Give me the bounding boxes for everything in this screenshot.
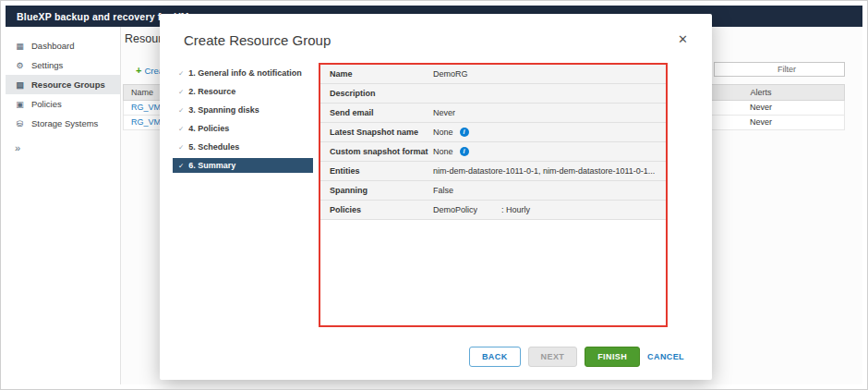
summary-label: Send email bbox=[330, 108, 433, 117]
step-label: 6. Summary bbox=[188, 161, 235, 170]
summary-label: Description bbox=[330, 89, 433, 98]
back-button[interactable]: BACK bbox=[469, 347, 521, 367]
wizard-step[interactable]: ✓3. Spanning disks bbox=[173, 103, 313, 117]
next-button[interactable]: NEXT bbox=[528, 347, 578, 367]
summary-row: Entitiesnim-dem-datastore-1011-0-1, nim-… bbox=[320, 162, 666, 181]
summary-label: Name bbox=[330, 69, 433, 79]
summary-label: Custom snapshot format bbox=[330, 147, 433, 156]
sidebar-item-label: Dashboard bbox=[31, 41, 74, 51]
resource-groups-icon: ▤ bbox=[15, 80, 25, 90]
resource-group-link[interactable]: RG_VM bbox=[131, 103, 161, 112]
summary-value: None bbox=[433, 128, 453, 137]
wizard-step[interactable]: ✓4. Policies bbox=[173, 121, 313, 136]
app-frame: BlueXP backup and recovery for VMs INSTA… bbox=[0, 0, 868, 390]
info-icon[interactable]: i bbox=[460, 128, 469, 137]
summary-value: False bbox=[433, 186, 453, 195]
alerts-cell: Never bbox=[715, 103, 807, 112]
step-label: 5. Schedules bbox=[188, 142, 239, 152]
summary-row: Send emailNever bbox=[320, 104, 666, 123]
summary-table: NameDemoRGDescriptionSend emailNeverLate… bbox=[319, 63, 668, 327]
step-check-icon: ✓ bbox=[178, 125, 184, 133]
sidebar-item-storage-systems[interactable]: ⛁Storage Systems bbox=[6, 114, 120, 133]
step-check-icon: ✓ bbox=[178, 143, 184, 152]
summary-label: Latest Snapshot name bbox=[330, 128, 433, 137]
policies-icon: ▣ bbox=[15, 100, 25, 109]
summary-value: DemoRG bbox=[433, 69, 468, 79]
step-label: 3. Spanning disks bbox=[188, 105, 259, 115]
modal-title: Create Resource Group bbox=[184, 32, 331, 48]
sidebar-item-label: Settings bbox=[31, 60, 63, 70]
cancel-button[interactable]: CANCEL bbox=[647, 352, 684, 361]
summary-value-detail: : Hourly bbox=[501, 205, 530, 214]
summary-row: Latest Snapshot nameNonei bbox=[320, 123, 666, 142]
wizard-step[interactable]: ✓2. Resource bbox=[173, 84, 313, 99]
step-check-icon: ✓ bbox=[178, 106, 184, 115]
sidebar-item-resource-groups[interactable]: ▤Resource Groups bbox=[6, 75, 120, 94]
plus-icon: + bbox=[136, 65, 141, 76]
sidebar-item-label: Resource Groups bbox=[31, 79, 105, 90]
sidebar-collapse-icon[interactable]: » bbox=[15, 142, 120, 153]
create-resource-group-modal: Create Resource Group ✕ ✓1. General info… bbox=[160, 14, 712, 380]
step-check-icon: ✓ bbox=[178, 162, 184, 170]
step-check-icon: ✓ bbox=[178, 69, 184, 78]
sidebar-item-dashboard[interactable]: ▦Dashboard bbox=[6, 36, 120, 55]
modal-buttons: BACK NEXT FINISH CANCEL bbox=[469, 347, 684, 367]
summary-label: Spanning bbox=[330, 186, 433, 195]
wizard-step[interactable]: ✓5. Schedules bbox=[173, 140, 313, 154]
name-column-header[interactable]: Name bbox=[131, 88, 153, 97]
finish-button[interactable]: FINISH bbox=[585, 347, 640, 367]
close-icon[interactable]: ✕ bbox=[674, 30, 692, 48]
sidebar-item-policies[interactable]: ▣Policies bbox=[6, 94, 120, 114]
filter-input[interactable] bbox=[714, 62, 845, 77]
summary-row: Description bbox=[320, 84, 666, 104]
wizard-step[interactable]: ✓6. Summary bbox=[173, 158, 313, 173]
sidebar-item-label: Policies bbox=[31, 99, 62, 109]
dashboard-icon: ▦ bbox=[15, 42, 25, 51]
summary-value: DemoPolicy bbox=[433, 205, 477, 214]
wizard-step[interactable]: ✓1. General info & notification bbox=[173, 66, 313, 80]
settings-icon: ⚙ bbox=[15, 61, 25, 70]
summary-value: nim-dem-datastore-1011-0-1, nim-dem-data… bbox=[433, 166, 655, 176]
summary-row: Custom snapshot formatNonei bbox=[320, 142, 666, 162]
alerts-column-header[interactable]: Alerts bbox=[715, 88, 807, 97]
step-label: 2. Resource bbox=[188, 87, 235, 96]
summary-row: NameDemoRG bbox=[320, 65, 666, 84]
sidebar: ▦Dashboard⚙Settings▤Resource Groups▣Poli… bbox=[6, 27, 121, 384]
summary-label: Entities bbox=[330, 166, 433, 176]
summary-row: PoliciesDemoPolicy: Hourly bbox=[320, 201, 666, 220]
summary-value: Never bbox=[433, 108, 455, 117]
summary-label: Policies bbox=[330, 205, 433, 214]
summary-value: None bbox=[433, 147, 453, 156]
sidebar-items: ▦Dashboard⚙Settings▤Resource Groups▣Poli… bbox=[6, 36, 120, 133]
alerts-cell: Never bbox=[715, 117, 807, 127]
step-label: 1. General info & notification bbox=[188, 68, 302, 78]
sidebar-item-label: Storage Systems bbox=[31, 118, 98, 128]
summary-row: SpanningFalse bbox=[320, 181, 666, 201]
info-icon[interactable]: i bbox=[460, 147, 469, 156]
storage-systems-icon: ⛁ bbox=[15, 119, 25, 128]
step-check-icon: ✓ bbox=[178, 88, 184, 96]
sidebar-item-settings[interactable]: ⚙Settings bbox=[6, 55, 120, 75]
resource-group-link[interactable]: RG_VM bbox=[131, 117, 161, 127]
step-label: 4. Policies bbox=[188, 124, 229, 133]
wizard-steps: ✓1. General info & notification✓2. Resou… bbox=[173, 66, 313, 177]
